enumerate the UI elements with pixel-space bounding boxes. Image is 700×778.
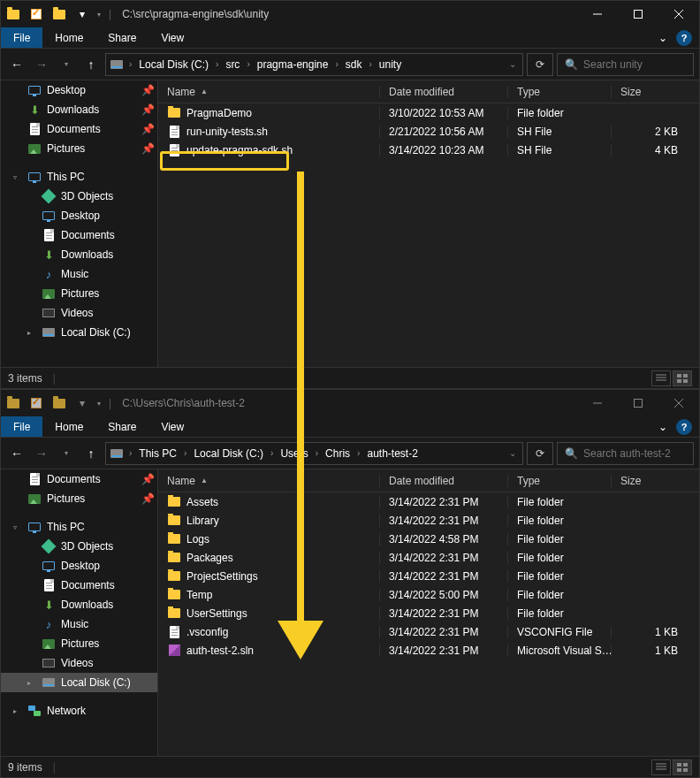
file-row[interactable]: Library 3/14/2022 2:31 PM File folder xyxy=(158,511,699,530)
file-row[interactable]: Temp 3/14/2022 5:00 PM File folder xyxy=(158,585,699,604)
file-row[interactable]: Assets 3/14/2022 2:31 PM File folder xyxy=(158,492,699,511)
minimize-button[interactable] xyxy=(577,390,618,416)
title-bar[interactable]: ▾ ▾ | C:\src\pragma-engine\sdk\unity xyxy=(1,1,699,27)
sidebar-item[interactable]: Pictures xyxy=(1,284,157,303)
sidebar-item[interactable]: Videos xyxy=(1,653,157,673)
sidebar-item[interactable]: ♪Music xyxy=(1,264,157,284)
back-button[interactable]: ← xyxy=(6,54,27,75)
close-button[interactable] xyxy=(658,390,699,416)
file-row[interactable]: Packages 3/14/2022 2:31 PM File folder xyxy=(158,548,699,567)
sidebar-item[interactable]: Desktop xyxy=(1,556,157,576)
help-icon[interactable]: ? xyxy=(676,30,692,46)
breadcrumb-part[interactable]: Users xyxy=(277,447,311,460)
sidebar-network[interactable]: ▸Network xyxy=(1,701,157,721)
breadcrumb-part[interactable]: sdk xyxy=(342,58,366,71)
breadcrumb-part[interactable]: Chris xyxy=(322,447,354,460)
sidebar-item[interactable]: Desktop xyxy=(1,206,157,225)
address-bar[interactable]: › Local Disk (C:) › src › pragma-engine … xyxy=(105,53,523,76)
sidebar-item[interactable]: Desktop📌 xyxy=(1,80,157,100)
home-tab[interactable]: Home xyxy=(42,32,95,44)
view-tab[interactable]: View xyxy=(148,32,196,44)
breadcrumb-part[interactable]: Local Disk (C:) xyxy=(190,447,267,460)
breadcrumb-part[interactable]: src xyxy=(222,58,243,71)
breadcrumb-part[interactable]: pragma-engine xyxy=(254,58,332,71)
up-button[interactable]: ↑ xyxy=(80,54,102,75)
sidebar-item[interactable]: ▸Local Disk (C:) xyxy=(1,673,157,692)
chevron-right-icon[interactable]: ▸ xyxy=(13,707,22,715)
maximize-button[interactable] xyxy=(618,1,658,27)
column-size-header[interactable]: Size xyxy=(611,86,699,98)
thumbnails-view-button[interactable] xyxy=(673,370,692,386)
refresh-button[interactable]: ⟳ xyxy=(527,53,553,76)
address-bar[interactable]: › This PC › Local Disk (C:) › Users › Ch… xyxy=(105,442,523,465)
sidebar-item[interactable]: ⬇Downloads xyxy=(1,245,157,264)
expand-ribbon-icon[interactable]: ⌄ xyxy=(650,421,676,433)
file-row[interactable]: auth-test-2.sln 3/14/2022 2:31 PM Micros… xyxy=(158,641,699,660)
file-menu[interactable]: File xyxy=(1,416,42,437)
column-name-header[interactable]: Name▲ xyxy=(158,86,379,98)
sidebar-item[interactable]: Documents xyxy=(1,576,157,595)
navigation-pane[interactable]: Documents📌Pictures📌▿This PC3D ObjectsDes… xyxy=(1,469,158,756)
file-row[interactable]: run-unity-tests.sh 2/21/2022 10:56 AM SH… xyxy=(158,122,699,141)
sidebar-item[interactable]: Pictures xyxy=(1,634,157,653)
refresh-button[interactable]: ⟳ xyxy=(527,442,553,465)
minimize-button[interactable] xyxy=(577,1,618,27)
chevron-right-icon[interactable]: › xyxy=(355,448,361,458)
chevron-right-icon[interactable]: › xyxy=(127,448,133,458)
sidebar-item[interactable]: Pictures📌 xyxy=(1,489,157,508)
chevron-right-icon[interactable]: › xyxy=(269,448,275,458)
sidebar-item[interactable]: Documents📌 xyxy=(1,119,157,139)
file-menu[interactable]: File xyxy=(1,27,42,48)
column-date-header[interactable]: Date modified xyxy=(379,86,507,98)
file-row[interactable]: PragmaDemo 3/10/2022 10:53 AM File folde… xyxy=(158,103,699,122)
breadcrumb-part[interactable]: auth-test-2 xyxy=(363,447,421,460)
close-button[interactable] xyxy=(658,1,699,27)
help-icon[interactable]: ? xyxy=(676,419,692,435)
sidebar-this-pc[interactable]: ▿This PC xyxy=(1,167,157,187)
sidebar-item[interactable]: ▸Local Disk (C:) xyxy=(1,323,157,342)
sidebar-item[interactable]: Pictures📌 xyxy=(1,139,157,158)
chevron-right-icon[interactable]: ▸ xyxy=(27,329,36,337)
column-name-header[interactable]: Name▲ xyxy=(158,475,379,487)
chevron-down-icon[interactable]: ▿ xyxy=(13,523,22,531)
sidebar-item[interactable]: ⬇Downloads📌 xyxy=(1,100,157,119)
sidebar-item[interactable]: Videos xyxy=(1,303,157,323)
chevron-right-icon[interactable]: › xyxy=(214,59,220,69)
chevron-right-icon[interactable]: › xyxy=(182,448,188,458)
navigation-pane[interactable]: Desktop📌⬇Downloads📌Documents📌Pictures📌▿T… xyxy=(1,80,158,367)
column-type-header[interactable]: Type xyxy=(507,86,611,98)
title-bar[interactable]: ▾ ▾ | C:\Users\Chris\auth-test-2 xyxy=(1,390,699,416)
column-type-header[interactable]: Type xyxy=(507,475,611,487)
breadcrumb-part[interactable]: This PC xyxy=(135,447,180,460)
view-tab[interactable]: View xyxy=(148,421,196,433)
details-view-button[interactable] xyxy=(651,370,671,386)
file-list-pane[interactable]: Name▲ Date modified Type Size PragmaDemo… xyxy=(158,80,699,367)
sidebar-item[interactable]: ♪Music xyxy=(1,614,157,634)
sidebar-this-pc[interactable]: ▿This PC xyxy=(1,517,157,537)
chevron-right-icon[interactable]: › xyxy=(367,59,373,69)
expand-ribbon-icon[interactable]: ⌄ xyxy=(650,32,676,44)
qat-customize-icon[interactable]: ▾ xyxy=(95,11,103,19)
new-item-icon[interactable]: ▾ xyxy=(75,396,89,410)
forward-button[interactable]: → xyxy=(31,443,52,464)
sidebar-item[interactable]: ⬇Downloads xyxy=(1,595,157,614)
file-row[interactable]: UserSettings 3/14/2022 2:31 PM File fold… xyxy=(158,604,699,622)
new-item-icon[interactable]: ▾ xyxy=(75,7,89,21)
chevron-right-icon[interactable]: ▸ xyxy=(27,679,36,687)
recent-locations-button[interactable]: ▾ xyxy=(56,54,77,75)
qat-customize-icon[interactable]: ▾ xyxy=(95,400,103,408)
search-input[interactable]: 🔍 Search unity xyxy=(557,53,694,76)
sidebar-item[interactable]: Documents xyxy=(1,225,157,245)
home-tab[interactable]: Home xyxy=(42,421,95,433)
properties-checkbox-icon[interactable] xyxy=(29,396,43,410)
sidebar-item[interactable]: 3D Objects xyxy=(1,537,157,556)
chevron-right-icon[interactable]: › xyxy=(245,59,251,69)
forward-button[interactable]: → xyxy=(31,54,52,75)
recent-locations-button[interactable]: ▾ xyxy=(56,443,77,464)
column-date-header[interactable]: Date modified xyxy=(379,475,507,487)
chevron-right-icon[interactable]: › xyxy=(333,59,339,69)
address-dropdown-icon[interactable]: ⌄ xyxy=(505,59,521,69)
breadcrumb-part[interactable]: Local Disk (C:) xyxy=(135,58,212,71)
file-row[interactable]: ProjectSettings 3/14/2022 2:31 PM File f… xyxy=(158,567,699,585)
address-dropdown-icon[interactable]: ⌄ xyxy=(505,448,521,458)
